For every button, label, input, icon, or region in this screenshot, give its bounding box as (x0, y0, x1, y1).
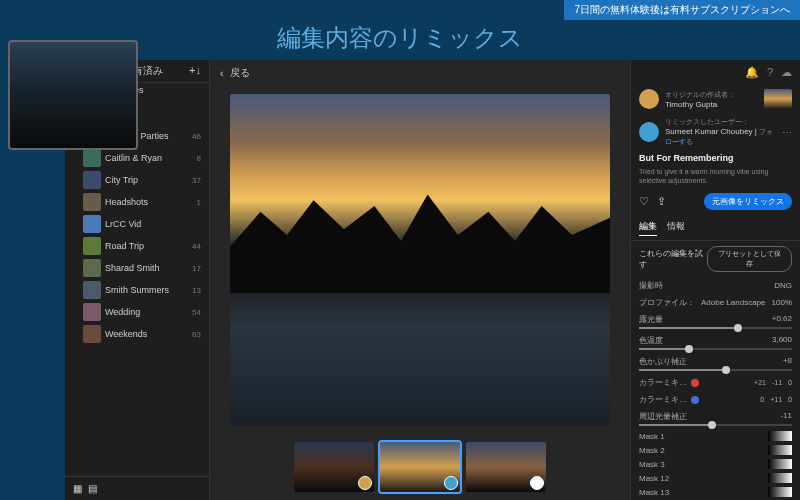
remixer-name[interactable]: Sumeet Kumar Choubey | フォローする (665, 127, 776, 147)
album-item[interactable]: Smith Summers13 (65, 279, 209, 301)
right-panel: 🔔 ? ☁ オリジナルの作成者： Timothy Gupta リミックスしたユー… (630, 60, 800, 500)
more-icon[interactable]: ⋯ (782, 127, 792, 138)
add-button[interactable]: +↓ (189, 64, 201, 78)
album-item[interactable]: Road Trip44 (65, 235, 209, 257)
mask-row[interactable]: Mask 12 (631, 471, 800, 485)
mask-row[interactable]: Mask 13 (631, 485, 800, 499)
album-item[interactable]: Headshots1 (65, 191, 209, 213)
avatar (639, 89, 659, 109)
help-icon[interactable]: ? (767, 66, 773, 79)
remixer-label: リミックスしたユーザー： (665, 117, 776, 127)
back-icon[interactable]: ‹ (220, 67, 224, 79)
album-item[interactable]: LrCC Vid (65, 213, 209, 235)
trial-banner: 7日間の無料体験後は有料サブスクリプションへ (564, 0, 800, 20)
avatar (639, 122, 659, 142)
photo-description: Tried to give it a warm morning vibe usi… (631, 165, 800, 187)
list-icon[interactable]: ▤ (88, 483, 97, 494)
view-mode-icons: ▦ ▤ (65, 476, 209, 500)
save-preset-button[interactable]: プリセットとして保存 (707, 246, 792, 272)
back-label[interactable]: 戻る (230, 66, 250, 80)
film-item[interactable] (466, 442, 546, 492)
main-header: ‹ 戻る (210, 60, 630, 86)
tab-edit[interactable]: 編集 (639, 220, 657, 236)
preset-row: これらの編集を試す プリセットとして保存 (631, 241, 800, 277)
color-mixer-red[interactable]: カラーミキ… +21-110 (631, 374, 800, 391)
film-item[interactable] (380, 442, 460, 492)
mask-row[interactable]: Mask 2 (631, 443, 800, 457)
share-icon[interactable]: ⇪ (657, 195, 666, 208)
grid-icon[interactable]: ▦ (73, 483, 82, 494)
album-item[interactable]: City Trip37 (65, 169, 209, 191)
film-item[interactable] (294, 442, 374, 492)
original-thumb[interactable] (764, 89, 792, 109)
heart-icon[interactable]: ♡ (639, 195, 649, 208)
temperature-slider[interactable]: 色温度3,600 (631, 332, 800, 353)
mask-row[interactable]: Mask 3 (631, 457, 800, 471)
exposure-slider[interactable]: 露光量+0.62 (631, 311, 800, 332)
bell-icon[interactable]: 🔔 (745, 66, 759, 79)
preset-label: これらの編集を試す (639, 248, 707, 270)
creator-label: オリジナルの作成者： (665, 90, 758, 100)
filmstrip (210, 434, 630, 500)
tab-info[interactable]: 情報 (667, 220, 685, 236)
color-dot-icon (691, 379, 699, 387)
remix-button[interactable]: 元画像をリミックス (704, 193, 792, 210)
shoot-time-row: 撮影時DNG (631, 277, 800, 294)
main-content: ‹ 戻る (210, 60, 630, 500)
panel-header-icons: 🔔 ? ☁ (631, 60, 800, 85)
album-item[interactable]: Caitlin & Ryan8 (65, 147, 209, 169)
color-mixer-blue[interactable]: カラーミキ… 0+110 (631, 391, 800, 408)
dehaze-slider[interactable]: 色かぶり補正+8 (631, 353, 800, 374)
album-item[interactable]: Weekends63 (65, 323, 209, 345)
edit-tabs: 編集 情報 (631, 216, 800, 241)
main-photo[interactable] (230, 94, 610, 426)
album-item[interactable]: Sharad Smith17 (65, 257, 209, 279)
photo-title: But For Remembering (631, 151, 800, 165)
original-creator: オリジナルの作成者： Timothy Gupta (631, 85, 800, 113)
app-window: アルバム 共有済み +↓ ›Birthday Parties›HDR›Kayak… (65, 60, 800, 500)
color-dot-icon (691, 396, 699, 404)
vignette-slider[interactable]: 周辺光量補正-11 (631, 408, 800, 429)
album-item[interactable]: Wedding54 (65, 301, 209, 323)
cloud-icon[interactable]: ☁ (781, 66, 792, 79)
creator-name[interactable]: Timothy Gupta (665, 100, 758, 109)
profile-row[interactable]: プロファイル： Adobe Landscape 100% (631, 294, 800, 311)
preview-thumbnail (8, 40, 138, 150)
photo-actions: ♡ ⇪ 元画像をリミックス (631, 187, 800, 216)
remixer-user: リミックスしたユーザー： Sumeet Kumar Choubey | フォロー… (631, 113, 800, 151)
mask-row[interactable]: Mask 1 (631, 429, 800, 443)
